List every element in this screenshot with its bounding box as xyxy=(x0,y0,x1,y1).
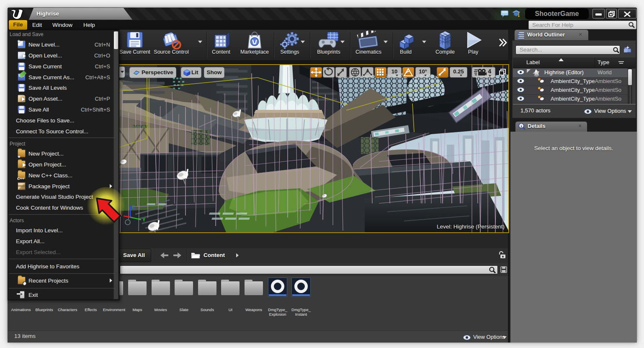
svg-text:*: * xyxy=(120,213,122,218)
svg-text:Level: Highrise (Persistent): Level: Highrise (Persistent) xyxy=(437,223,505,230)
svg-text:Y: Y xyxy=(142,217,146,222)
svg-text:Z: Z xyxy=(132,204,135,209)
